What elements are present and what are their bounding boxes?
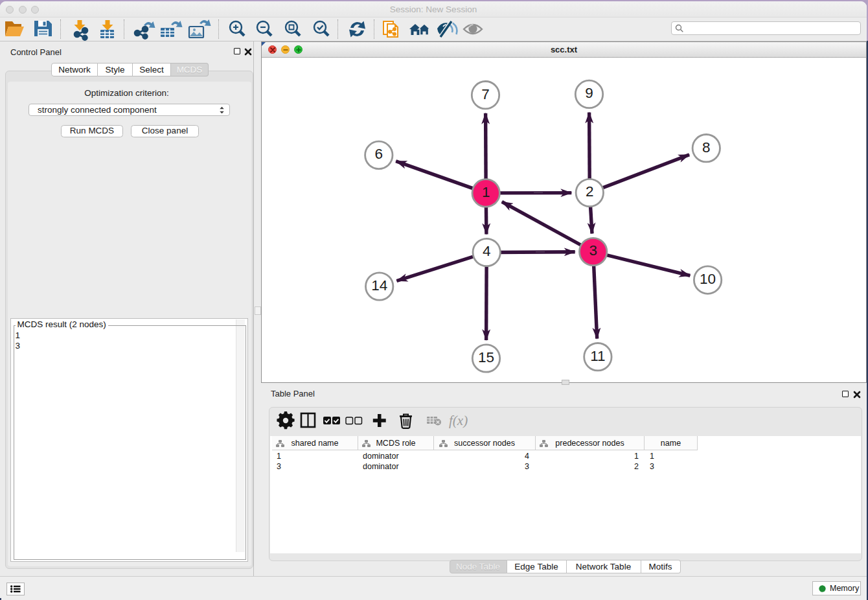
svg-text:10: 10 [700, 271, 716, 287]
svg-text:9: 9 [585, 85, 593, 101]
svg-text:f(x): f(x) [449, 413, 468, 428]
svg-text:2: 2 [586, 183, 594, 200]
svg-text:4: 4 [483, 243, 491, 259]
svg-text:11: 11 [590, 348, 605, 364]
svg-text:1: 1 [482, 184, 490, 200]
svg-text:8: 8 [702, 139, 711, 156]
svg-text:3: 3 [589, 242, 597, 259]
svg-text:6: 6 [375, 146, 383, 162]
svg-text:15: 15 [478, 349, 494, 365]
svg-text:7: 7 [481, 86, 490, 102]
svg-text:14: 14 [371, 277, 387, 294]
